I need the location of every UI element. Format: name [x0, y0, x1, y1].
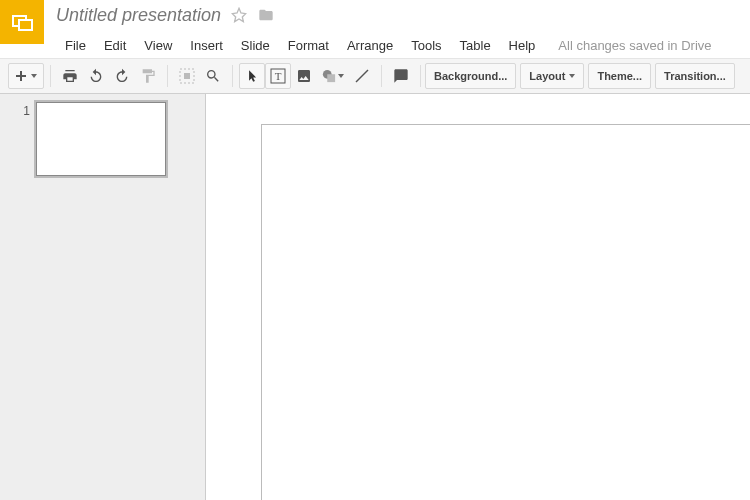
chevron-down-icon	[338, 74, 344, 78]
separator	[232, 65, 233, 87]
separator	[50, 65, 51, 87]
transition-label: Transition...	[664, 70, 726, 82]
chevron-down-icon	[31, 74, 37, 78]
thumbnail-number: 1	[18, 102, 36, 118]
redo-icon	[114, 68, 130, 84]
background-label: Background...	[434, 70, 507, 82]
textbox-icon: T	[270, 68, 286, 84]
folder-icon[interactable]	[257, 7, 275, 23]
print-button[interactable]	[57, 63, 83, 89]
textbox-button[interactable]: T	[265, 63, 291, 89]
svg-line-8	[356, 70, 368, 82]
redo-button[interactable]	[109, 63, 135, 89]
svg-rect-1	[19, 20, 32, 30]
layout-button[interactable]: Layout	[520, 63, 584, 89]
zoom-fit-button[interactable]	[174, 63, 200, 89]
menu-table[interactable]: Table	[451, 34, 500, 57]
star-icon[interactable]	[231, 7, 247, 23]
menu-bar: File Edit View Insert Slide Format Arran…	[56, 32, 750, 58]
new-slide-button[interactable]	[8, 63, 44, 89]
chevron-down-icon	[569, 74, 575, 78]
menu-view[interactable]: View	[135, 34, 181, 57]
separator	[167, 65, 168, 87]
svg-text:T: T	[275, 70, 282, 82]
workspace: 1	[0, 94, 750, 500]
zoom-button[interactable]	[200, 63, 226, 89]
line-icon	[354, 68, 370, 84]
menu-slide[interactable]: Slide	[232, 34, 279, 57]
plus-icon	[15, 70, 27, 82]
menu-file[interactable]: File	[56, 34, 95, 57]
theme-label: Theme...	[597, 70, 642, 82]
header: Untitled presentation File Edit View Ins…	[0, 0, 750, 58]
app-logo[interactable]	[0, 0, 44, 44]
doc-title[interactable]: Untitled presentation	[56, 5, 221, 26]
background-button[interactable]: Background...	[425, 63, 516, 89]
undo-icon	[88, 68, 104, 84]
undo-button[interactable]	[83, 63, 109, 89]
separator	[381, 65, 382, 87]
paint-roller-icon	[140, 68, 156, 84]
title-row: Untitled presentation	[56, 2, 750, 28]
toolbar: T Background... Layout Theme... Transiti…	[0, 58, 750, 94]
theme-button[interactable]: Theme...	[588, 63, 651, 89]
thumbnail-slide[interactable]	[36, 102, 166, 176]
menu-help[interactable]: Help	[500, 34, 545, 57]
select-tool-button[interactable]	[239, 63, 265, 89]
layout-label: Layout	[529, 70, 565, 82]
svg-rect-3	[184, 73, 190, 79]
title-area: Untitled presentation File Edit View Ins…	[44, 0, 750, 58]
comment-button[interactable]	[388, 63, 414, 89]
menu-tools[interactable]: Tools	[402, 34, 450, 57]
paint-format-button[interactable]	[135, 63, 161, 89]
transition-button[interactable]: Transition...	[655, 63, 735, 89]
canvas-area[interactable]	[206, 94, 750, 500]
menu-format[interactable]: Format	[279, 34, 338, 57]
menu-arrange[interactable]: Arrange	[338, 34, 402, 57]
menu-edit[interactable]: Edit	[95, 34, 135, 57]
fit-icon	[179, 68, 195, 84]
print-icon	[62, 68, 78, 84]
save-status: All changes saved in Drive	[544, 38, 711, 53]
slide-canvas[interactable]	[261, 124, 750, 500]
separator	[420, 65, 421, 87]
image-icon	[296, 68, 312, 84]
thumbnail-panel[interactable]: 1	[0, 94, 206, 500]
menu-insert[interactable]: Insert	[181, 34, 232, 57]
image-button[interactable]	[291, 63, 317, 89]
comment-icon	[393, 68, 409, 84]
slides-icon	[10, 10, 34, 34]
shape-icon	[322, 69, 336, 83]
cursor-icon	[245, 69, 259, 83]
thumbnail-item[interactable]: 1	[0, 100, 205, 182]
svg-rect-7	[327, 74, 335, 82]
line-button[interactable]	[349, 63, 375, 89]
zoom-icon	[205, 68, 221, 84]
shape-button[interactable]	[317, 63, 349, 89]
